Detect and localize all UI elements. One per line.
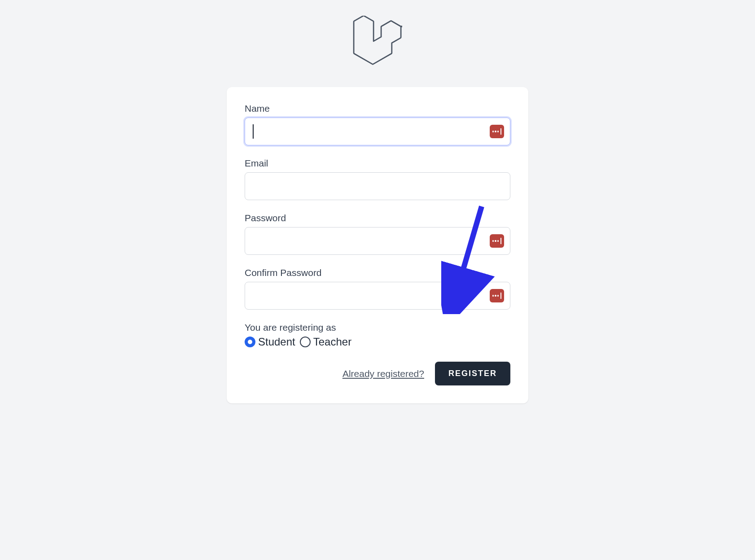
role-radio-student-wrap[interactable]: Student xyxy=(245,336,300,348)
email-input-wrap xyxy=(245,172,510,200)
password-manager-icon[interactable] xyxy=(490,289,504,302)
email-field-group: Email xyxy=(245,158,510,200)
confirm-password-input[interactable] xyxy=(245,282,510,310)
password-label: Password xyxy=(245,213,510,223)
name-input-wrap xyxy=(245,118,510,145)
name-field-group: Name xyxy=(245,103,510,145)
confirm-password-field-group: Confirm Password xyxy=(245,267,510,310)
role-section: You are registering as Student Teacher xyxy=(245,322,510,348)
password-input-wrap xyxy=(245,227,510,255)
logo xyxy=(353,16,402,67)
radio-checked-icon xyxy=(245,337,255,347)
role-label: You are registering as xyxy=(245,322,510,333)
confirm-password-input-wrap xyxy=(245,282,510,310)
already-registered-link[interactable]: Already registered? xyxy=(342,368,424,379)
role-radio-teacher-wrap[interactable]: Teacher xyxy=(300,336,356,348)
name-label: Name xyxy=(245,103,510,114)
text-caret-icon xyxy=(253,124,254,139)
role-teacher-label: Teacher xyxy=(313,336,351,348)
password-manager-icon[interactable] xyxy=(490,125,504,138)
password-input[interactable] xyxy=(245,227,510,255)
confirm-password-label: Confirm Password xyxy=(245,267,510,278)
register-card: Name Email Password Confirm Password xyxy=(227,87,528,403)
name-input[interactable] xyxy=(245,118,510,145)
radio-unchecked-icon xyxy=(300,337,311,347)
laravel-logo-icon xyxy=(353,16,402,65)
role-radio-group: Student Teacher xyxy=(245,336,510,348)
register-button[interactable]: REGISTER xyxy=(435,362,510,385)
password-field-group: Password xyxy=(245,213,510,255)
email-input[interactable] xyxy=(245,172,510,200)
actions-row: Already registered? REGISTER xyxy=(245,362,510,385)
role-student-label: Student xyxy=(258,336,295,348)
password-manager-icon[interactable] xyxy=(490,234,504,248)
email-label: Email xyxy=(245,158,510,169)
